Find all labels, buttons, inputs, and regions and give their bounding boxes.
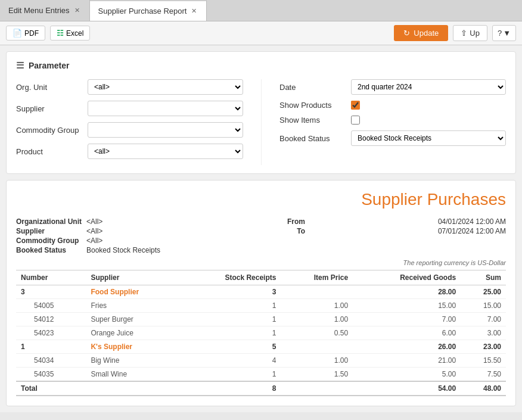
pdf-button[interactable]: 📄 PDF bbox=[6, 26, 45, 41]
product-stock-receipts: 1 bbox=[181, 299, 281, 313]
product-item-price: 1.50 bbox=[281, 368, 353, 382]
product-sum: 15.50 bbox=[461, 354, 506, 368]
excel-button[interactable]: ☷ Excel bbox=[50, 26, 90, 41]
table-row: 54035 Small Wine 1 1.50 5.00 7.50 bbox=[16, 368, 506, 382]
col-header-received-goods: Received Goods bbox=[353, 270, 461, 285]
meta-commodity-value: <All> bbox=[86, 237, 282, 245]
report-table: Number Supplier Stock Receipts Item Pric… bbox=[16, 270, 506, 396]
toolbar-left: 📄 PDF ☷ Excel bbox=[6, 26, 90, 41]
group-stock-receipts: 3 bbox=[181, 285, 281, 299]
update-button[interactable]: ↻ Update bbox=[394, 25, 448, 41]
product-label: Product bbox=[16, 147, 88, 156]
booked-status-label: Booked Status bbox=[279, 134, 351, 143]
meta-org-unit-value: <All> bbox=[86, 217, 282, 226]
meta-supplier-label: Supplier bbox=[16, 227, 82, 235]
panel-title-label: Parameter bbox=[29, 61, 70, 70]
table-row: 1 K's Supplier 5 26.00 23.00 bbox=[16, 340, 506, 354]
parameter-icon: ☰ bbox=[16, 60, 24, 71]
help-label: ? bbox=[498, 29, 502, 38]
total-stock-receipts: 8 bbox=[181, 381, 281, 396]
org-unit-select[interactable]: <all> bbox=[88, 79, 243, 95]
show-products-label: Show Products bbox=[279, 101, 351, 110]
table-row: 54034 Big Wine 4 1.00 21.00 15.50 bbox=[16, 354, 506, 368]
supplier-select[interactable] bbox=[88, 101, 243, 116]
product-item-price: 0.50 bbox=[281, 326, 353, 340]
col-header-supplier: Supplier bbox=[86, 270, 181, 285]
group-supplier: K's Supplier bbox=[86, 340, 181, 354]
commodity-group-label: Commodity Group bbox=[16, 126, 88, 135]
table-row: 3 Food Supplier 3 28.00 25.00 bbox=[16, 285, 506, 299]
meta-commodity-label: Commodity Group bbox=[16, 237, 82, 245]
meta-supplier-value: <All> bbox=[86, 227, 282, 235]
excel-label: Excel bbox=[66, 29, 83, 38]
tab-bar: Edit Menu Entries ✕ Supplier Purchase Re… bbox=[0, 0, 522, 21]
help-button[interactable]: ? ▼ bbox=[492, 25, 516, 41]
group-received-goods: 26.00 bbox=[353, 340, 461, 354]
product-received-goods: 5.00 bbox=[353, 368, 461, 382]
product-item-price: 1.00 bbox=[281, 354, 353, 368]
total-received-goods: 54.00 bbox=[353, 381, 461, 396]
pdf-icon: 📄 bbox=[13, 29, 22, 38]
total-sum: 48.00 bbox=[461, 381, 506, 396]
main-content: ☰ Parameter Org. Unit <all> Supplier bbox=[0, 45, 522, 412]
product-stock-receipts: 1 bbox=[181, 313, 281, 326]
report-panel: Supplier Purchases Organizational Unit <… bbox=[6, 180, 516, 406]
tab-supplier-report-close[interactable]: ✕ bbox=[190, 7, 198, 15]
tab-edit-menu[interactable]: Edit Menu Entries ✕ bbox=[0, 0, 90, 21]
product-name: Small Wine bbox=[86, 368, 181, 382]
tab-edit-menu-close[interactable]: ✕ bbox=[73, 7, 81, 14]
show-items-row: Show Items bbox=[279, 116, 506, 125]
toolbar: 📄 PDF ☷ Excel ↻ Update ⇧ Up ? ▼ bbox=[0, 21, 522, 45]
up-button[interactable]: ⇧ Up bbox=[453, 25, 487, 41]
pdf-label: PDF bbox=[24, 29, 39, 38]
meta-from-label: From bbox=[287, 217, 305, 226]
product-select[interactable]: <all> bbox=[88, 144, 243, 159]
product-name: Fries bbox=[86, 299, 181, 313]
product-received-goods: 7.00 bbox=[353, 313, 461, 326]
tab-supplier-report[interactable]: Supplier Purchase Report ✕ bbox=[90, 0, 207, 21]
tab-supplier-report-label: Supplier Purchase Report bbox=[98, 7, 187, 15]
update-icon: ↻ bbox=[403, 29, 410, 38]
product-number: 54035 bbox=[16, 368, 86, 382]
up-icon: ⇧ bbox=[461, 29, 467, 38]
group-stock-receipts: 5 bbox=[181, 340, 281, 354]
table-header-row: Number Supplier Stock Receipts Item Pric… bbox=[16, 270, 506, 285]
product-name: Super Burger bbox=[86, 313, 181, 326]
panel-title: ☰ Parameter bbox=[16, 60, 506, 71]
product-sum: 7.50 bbox=[461, 368, 506, 382]
table-row: 54012 Super Burger 1 1.00 7.00 7.00 bbox=[16, 313, 506, 326]
group-number: 1 bbox=[16, 340, 86, 354]
product-item-price: 1.00 bbox=[281, 299, 353, 313]
chevron-down-icon: ▼ bbox=[503, 29, 511, 38]
meta-org-unit-label: Organizational Unit bbox=[16, 217, 82, 226]
group-item-price bbox=[281, 340, 353, 354]
report-meta: Organizational Unit <All> From 04/01/202… bbox=[16, 217, 506, 254]
date-label: Date bbox=[279, 83, 351, 92]
commodity-group-select[interactable] bbox=[88, 122, 243, 138]
show-products-checkbox[interactable] bbox=[351, 101, 360, 110]
meta-booked-status-value: Booked Stock Receipts bbox=[86, 246, 282, 254]
group-sum: 23.00 bbox=[461, 340, 506, 354]
col-header-number: Number bbox=[16, 270, 86, 285]
meta-to-label: To bbox=[287, 227, 305, 235]
org-unit-row: Org. Unit <all> bbox=[16, 79, 243, 95]
show-items-checkbox[interactable] bbox=[351, 116, 360, 125]
date-row: Date 2nd quarter 2024 bbox=[279, 79, 506, 95]
product-sum: 15.00 bbox=[461, 299, 506, 313]
total-row: Total 8 54.00 48.00 bbox=[16, 381, 506, 396]
date-select[interactable]: 2nd quarter 2024 bbox=[351, 79, 506, 95]
group-supplier: Food Supplier bbox=[86, 285, 181, 299]
product-row: Product <all> bbox=[16, 144, 243, 159]
col-header-stock-receipts: Stock Receipts bbox=[181, 270, 281, 285]
params-grid: Org. Unit <all> Supplier Commodity Group bbox=[16, 79, 506, 165]
booked-status-select[interactable]: Booked Stock Receipts bbox=[351, 130, 506, 146]
meta-to-value: 07/01/2024 12:00 AM bbox=[310, 227, 506, 235]
product-received-goods: 21.00 bbox=[353, 354, 461, 368]
show-products-row: Show Products bbox=[279, 101, 506, 110]
booked-status-row: Booked Status Booked Stock Receipts bbox=[279, 130, 506, 146]
product-received-goods: 15.00 bbox=[353, 299, 461, 313]
update-label: Update bbox=[414, 29, 439, 38]
parameter-panel: ☰ Parameter Org. Unit <all> Supplier bbox=[6, 51, 516, 174]
meta-from-value: 04/01/2024 12:00 AM bbox=[310, 217, 506, 226]
group-item-price bbox=[281, 285, 353, 299]
